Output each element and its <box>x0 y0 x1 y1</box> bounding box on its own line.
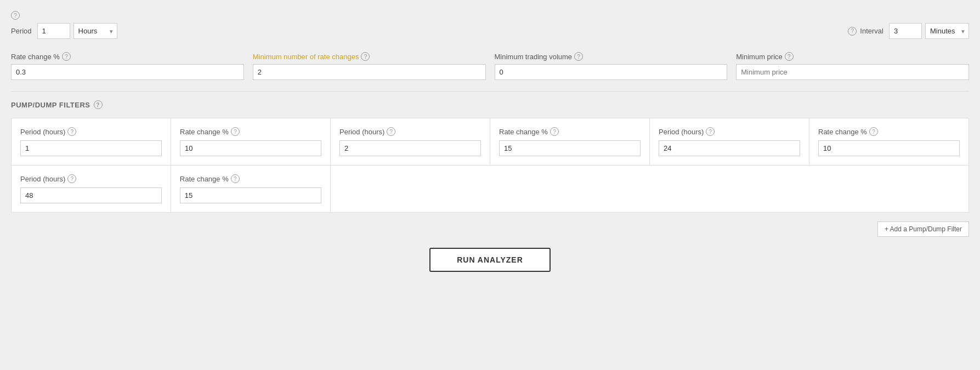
filter1-period-label: Period (hours) ? <box>20 127 162 136</box>
filter4-period-help-icon[interactable]: ? <box>67 174 76 183</box>
filter2-period-label-text: Period (hours) <box>339 128 384 136</box>
filter-cell-1: Period (hours) ? <box>12 118 171 165</box>
add-filter-button[interactable]: + Add a Pump/Dump Filter <box>877 221 969 237</box>
min-price-input[interactable] <box>736 64 969 80</box>
filter3-period-label: Period (hours) ? <box>659 127 800 136</box>
run-analyzer-button[interactable]: RUN ANALYZER <box>429 248 551 272</box>
pump-dump-title: PUMP/DUMP FILTERS ? <box>11 100 969 109</box>
filter-cell-4: Period (hours) ? <box>12 166 171 212</box>
filter3-rate-label: Rate change % ? <box>818 127 960 136</box>
pump-dump-section: PUMP/DUMP FILTERS ? Period (hours) ? Rat… <box>11 100 969 237</box>
pump-dump-title-text: PUMP/DUMP FILTERS <box>11 101 90 109</box>
period-label: Period <box>11 27 32 35</box>
add-filter-label: + Add a Pump/Dump Filter <box>885 225 962 233</box>
min-trading-volume-field: Minimum trading volume ? <box>495 52 728 80</box>
filter4-rate-label-text: Rate change % <box>180 175 229 183</box>
min-trading-volume-help-icon[interactable]: ? <box>574 52 583 61</box>
min-trading-volume-label: Minimum trading volume <box>495 53 573 61</box>
filter1-period-help-icon[interactable]: ? <box>67 127 76 136</box>
interval-label: Interval <box>860 27 883 35</box>
filter2-rate-input[interactable] <box>499 140 641 156</box>
filter-cell-3: Period (hours) ? <box>650 118 809 165</box>
empty-cell-2 <box>490 166 649 212</box>
filter2-rate-label-text: Rate change % <box>499 128 548 136</box>
filter4-period-label-text: Period (hours) <box>20 175 65 183</box>
rate-change-field: Rate change % ? <box>11 52 244 80</box>
filter4-rate-help-icon[interactable]: ? <box>231 174 240 183</box>
min-rate-changes-field: Minimum number of rate changes ? <box>253 52 486 80</box>
interval-group: Interval Minutes Hours Days ▼ <box>860 23 969 39</box>
filter4-rate-input[interactable] <box>180 187 321 203</box>
filter1-period-input[interactable] <box>20 140 162 156</box>
min-price-help-icon[interactable]: ? <box>785 52 794 61</box>
filter3-period-input[interactable] <box>659 140 800 156</box>
min-rate-changes-label: Minimum number of rate changes <box>253 53 359 61</box>
filter2-rate-help-icon[interactable]: ? <box>550 127 559 136</box>
filter3-rate-help-icon[interactable]: ? <box>869 127 878 136</box>
min-rate-changes-help-icon[interactable]: ? <box>361 52 370 61</box>
filter4-period-label: Period (hours) ? <box>20 174 162 183</box>
filter3-rate-label-text: Rate change % <box>818 128 867 136</box>
filter3-period-help-icon[interactable]: ? <box>706 127 715 136</box>
filter-cell-2-rate: Rate change % ? <box>490 118 650 165</box>
period-input[interactable] <box>37 23 70 39</box>
pump-dump-filters-bottom: Period (hours) ? Rate change % ? <box>11 166 969 213</box>
rate-change-input[interactable] <box>11 64 244 80</box>
rate-change-label: Rate change % <box>11 53 60 61</box>
rate-fields-row: Rate change % ? Minimum number of rate c… <box>11 52 969 80</box>
filter-cell-1-rate: Rate change % ? <box>171 118 331 165</box>
filter2-period-input[interactable] <box>339 140 481 156</box>
pump-dump-help-icon[interactable]: ? <box>94 100 103 109</box>
filter1-rate-input[interactable] <box>180 140 321 156</box>
pump-dump-filters-top: Period (hours) ? Rate change % ? Period … <box>11 118 969 166</box>
min-trading-volume-input[interactable] <box>495 64 728 80</box>
min-price-field: Minimum price ? <box>736 52 969 80</box>
interval-unit-select[interactable]: Minutes Hours Days <box>925 23 969 39</box>
empty-cell-1 <box>331 166 490 212</box>
run-analyzer-label: RUN ANALYZER <box>457 255 523 264</box>
filter4-rate-label: Rate change % ? <box>180 174 321 183</box>
empty-cell-3 <box>649 166 809 212</box>
period-group: Period Hours Days Minutes ▼ <box>11 23 117 39</box>
filter2-period-help-icon[interactable]: ? <box>387 127 395 136</box>
min-price-label: Minimum price <box>736 53 783 61</box>
filter1-period-label-text: Period (hours) <box>20 128 65 136</box>
interval-input[interactable] <box>889 23 922 39</box>
min-rate-changes-input[interactable] <box>253 64 486 80</box>
filter1-rate-label-text: Rate change % <box>180 128 229 136</box>
filter-cell-3-rate: Rate change % ? <box>809 118 968 165</box>
filter-cell-2: Period (hours) ? <box>331 118 490 165</box>
filter1-rate-label: Rate change % ? <box>180 127 321 136</box>
rate-change-help-icon[interactable]: ? <box>62 52 71 61</box>
interval-help-icon[interactable]: ? <box>848 27 857 36</box>
period-unit-select-wrapper: Hours Days Minutes ▼ <box>73 23 117 39</box>
filter3-period-label-text: Period (hours) <box>659 128 704 136</box>
empty-cell-4 <box>809 166 968 212</box>
filter-cell-4-rate: Rate change % ? <box>171 166 331 212</box>
run-analyzer-container: RUN ANALYZER <box>11 248 969 272</box>
filter2-rate-label: Rate change % ? <box>499 127 641 136</box>
filter3-rate-input[interactable] <box>818 140 960 156</box>
filter1-rate-help-icon[interactable]: ? <box>231 127 240 136</box>
interval-unit-select-wrapper: Minutes Hours Days ▼ <box>925 23 969 39</box>
bottom-actions: + Add a Pump/Dump Filter <box>11 221 969 237</box>
period-unit-select[interactable]: Hours Days Minutes <box>73 23 117 39</box>
filter2-period-label: Period (hours) ? <box>339 127 481 136</box>
filter4-period-input[interactable] <box>20 187 162 203</box>
period-help-icon[interactable]: ? <box>11 11 20 20</box>
